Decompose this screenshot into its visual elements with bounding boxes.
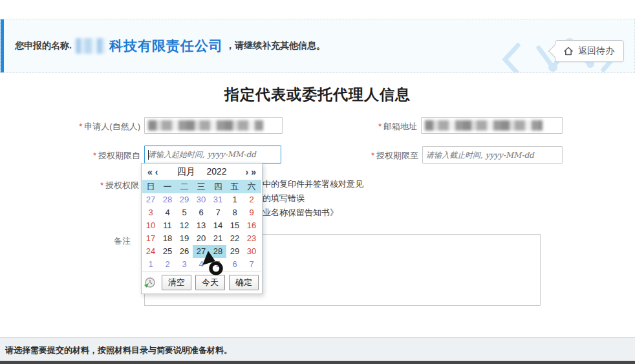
required-marker: *: [79, 122, 82, 131]
calendar-day[interactable]: 5: [210, 258, 226, 271]
auth-to-input[interactable]: [422, 146, 563, 164]
calendar-day[interactable]: 15: [226, 219, 243, 232]
next-month-icon[interactable]: ›: [244, 165, 250, 179]
materials-notice-text: 请选择需要提交的材料，按照材料目录与简要说明准备材料。: [5, 345, 232, 356]
calendar-day[interactable]: 24: [142, 245, 159, 258]
clock-icon[interactable]: [144, 277, 156, 289]
calendar-day[interactable]: 7: [243, 258, 260, 271]
calendar-day[interactable]: 23: [243, 232, 260, 245]
calendar-day[interactable]: 1: [142, 258, 159, 271]
calendar-day[interactable]: 30: [243, 245, 260, 258]
auth-scope-option-fragment: 业名称保留告知书》: [263, 206, 363, 220]
calendar-day[interactable]: 22: [226, 232, 243, 245]
calendar-day[interactable]: 9: [243, 206, 260, 219]
text-caret: [148, 150, 149, 160]
calendar-day[interactable]: 25: [159, 245, 176, 258]
calendar-today-button[interactable]: 今天: [195, 275, 225, 290]
calendar-day[interactable]: 3: [142, 206, 159, 219]
calendar-day[interactable]: 20: [193, 232, 210, 245]
calendar-day[interactable]: 29: [176, 193, 193, 206]
calendar-day-header: 五: [226, 180, 243, 193]
email-value-redacted: [425, 120, 543, 131]
calendar-day[interactable]: 4: [193, 258, 210, 271]
calendar-day[interactable]: 18: [159, 232, 176, 245]
remarks-label: 备注: [13, 235, 131, 247]
calendar-day-header: 日: [142, 180, 159, 193]
calendar-day[interactable]: 31: [210, 193, 226, 206]
required-marker: *: [371, 151, 374, 160]
auth-from-label: *授权期限自: [13, 150, 140, 162]
calendar-nav: « ‹ 四月 2022 › »: [142, 164, 261, 180]
auth-to-label: *授权期限至: [291, 150, 418, 162]
applicant-input[interactable]: [144, 117, 283, 134]
calendar-day[interactable]: 26: [176, 245, 193, 258]
calendar-day[interactable]: 4: [159, 206, 176, 219]
calendar-year-label[interactable]: 2022: [206, 166, 226, 178]
calendar-month-label[interactable]: 四月: [177, 166, 195, 178]
next-year-icon[interactable]: »: [250, 165, 257, 179]
calendar-footer: 清空 今天 确定: [142, 272, 261, 293]
calendar-day[interactable]: 6: [193, 206, 210, 219]
calendar-day-header: 二: [176, 180, 193, 193]
calendar-day-header: 三: [193, 180, 210, 193]
calendar-day-header: 一: [159, 180, 176, 193]
calendar-day[interactable]: 28: [159, 193, 176, 206]
applicant-value-redacted: [148, 120, 263, 131]
calendar-day[interactable]: 12: [176, 219, 193, 232]
home-icon: [563, 46, 574, 56]
banner-accent-stripe: [1, 19, 4, 72]
auth-scope-option-fragment: 中的复印件并签署核对意见: [263, 177, 363, 191]
required-marker: *: [378, 122, 382, 131]
back-to-todo-button[interactable]: 返回待办: [555, 40, 624, 62]
calendar-day[interactable]: 2: [243, 193, 260, 206]
auth-scope-option-fragment: 的填写错误: [263, 191, 363, 206]
calendar-day[interactable]: 10: [142, 219, 159, 232]
materials-notice-bar: 请选择需要提交的材料，按照材料目录与简要说明准备材料。: [0, 337, 635, 361]
calendar-day[interactable]: 8: [226, 206, 243, 219]
calendar-ok-button[interactable]: 确定: [229, 275, 259, 290]
email-label: *邮箱地址: [291, 121, 417, 133]
calendar-day-header: 六: [243, 180, 260, 193]
calendar-day-header: 四: [210, 180, 226, 193]
calendar-day[interactable]: 14: [210, 219, 226, 232]
prev-month-icon[interactable]: ‹: [154, 165, 160, 179]
required-marker: *: [93, 151, 96, 160]
auth-scope-options: 中的复印件并签署核对意见的填写错误业名称保留告知书》: [263, 177, 363, 220]
calendar-day[interactable]: 11: [159, 219, 176, 232]
calendar-day[interactable]: 17: [142, 232, 159, 245]
required-marker: *: [100, 180, 103, 190]
date-picker-popup: « ‹ 四月 2022 › » 日一二三四五六 2728293031123456…: [141, 163, 263, 294]
company-name: 科技有限责任公司: [109, 37, 223, 55]
calendar-day[interactable]: 27: [142, 193, 159, 206]
calendar-day[interactable]: 19: [176, 232, 193, 245]
calendar-day[interactable]: 28: [210, 245, 226, 258]
bottom-dark-strip: [0, 361, 635, 364]
prev-year-icon[interactable]: «: [146, 165, 154, 179]
email-input[interactable]: [421, 117, 563, 134]
auth-scope-label: *授权权限: [13, 180, 139, 191]
calendar-grid: 2728293031123456789101112131415161718192…: [142, 193, 261, 271]
auth-from-input[interactable]: [144, 145, 281, 164]
calendar-day[interactable]: 6: [226, 258, 243, 271]
calendar-day[interactable]: 5: [176, 206, 193, 219]
calendar-day[interactable]: 3: [176, 258, 193, 271]
calendar-day[interactable]: 16: [243, 219, 260, 232]
company-name-redacted: [76, 38, 105, 54]
notice-banner: 您申报的名称. 科技有限责任公司 ，请继续补充其他信息。 返回待办: [0, 19, 635, 73]
calendar-day[interactable]: 13: [193, 219, 210, 232]
applicant-label: *申请人(自然人): [13, 121, 140, 133]
page-title: 指定代表或委托代理人信息: [0, 85, 635, 105]
banner-message: 您申报的名称. 科技有限责任公司 ，请继续补充其他信息。: [15, 19, 325, 72]
calendar-day[interactable]: 1: [226, 193, 243, 206]
screen: 您申报的名称. 科技有限责任公司 ，请继续补充其他信息。 返回待办 指定代表或委…: [0, 0, 635, 364]
calendar-day-headers: 日一二三四五六: [142, 180, 261, 193]
calendar-clear-button[interactable]: 清空: [162, 275, 191, 290]
calendar-day[interactable]: 2: [159, 258, 176, 271]
calendar-day[interactable]: 29: [226, 245, 243, 258]
calendar-day[interactable]: 7: [210, 206, 226, 219]
calendar-day[interactable]: 27: [193, 245, 210, 258]
banner-suffix: ，请继续补充其他信息。: [226, 40, 325, 52]
back-button-label: 返回待办: [578, 45, 614, 57]
calendar-day[interactable]: 21: [210, 232, 226, 245]
calendar-day[interactable]: 30: [193, 193, 210, 206]
